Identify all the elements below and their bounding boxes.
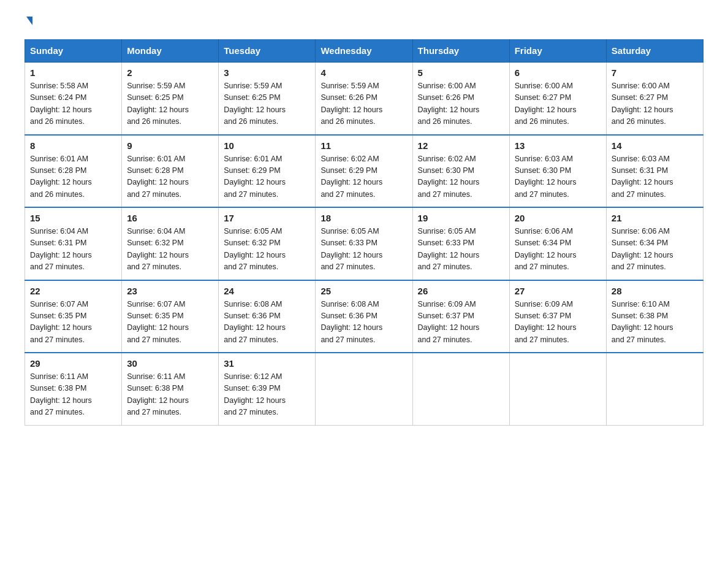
- day-number: 18: [320, 213, 407, 223]
- calendar-week-row: 22Sunrise: 6:07 AMSunset: 6:35 PMDayligh…: [25, 280, 703, 353]
- day-number: 21: [612, 213, 698, 223]
- day-info: Sunrise: 6:05 AMSunset: 6:33 PMDaylight:…: [418, 226, 504, 274]
- calendar-day-cell: 20Sunrise: 6:06 AMSunset: 6:34 PMDayligh…: [509, 207, 606, 280]
- day-info: Sunrise: 6:03 AMSunset: 6:30 PMDaylight:…: [515, 153, 601, 201]
- day-info: Sunrise: 6:03 AMSunset: 6:31 PMDaylight:…: [612, 153, 698, 201]
- calendar-header-tuesday: Tuesday: [219, 39, 316, 63]
- day-number: 19: [418, 213, 504, 223]
- day-number: 23: [127, 286, 213, 296]
- day-number: 27: [515, 286, 601, 296]
- day-number: 15: [30, 213, 116, 223]
- calendar-day-cell: 28Sunrise: 6:10 AMSunset: 6:38 PMDayligh…: [606, 280, 703, 353]
- day-number: 9: [127, 140, 213, 151]
- day-info: Sunrise: 6:10 AMSunset: 6:38 PMDaylight:…: [612, 299, 698, 347]
- day-number: 20: [515, 213, 601, 223]
- day-info: Sunrise: 6:04 AMSunset: 6:31 PMDaylight:…: [30, 226, 116, 274]
- calendar-day-cell: [606, 353, 703, 425]
- calendar-day-cell: 24Sunrise: 6:08 AMSunset: 6:36 PMDayligh…: [219, 280, 316, 353]
- day-number: 8: [30, 140, 116, 151]
- calendar-day-cell: 15Sunrise: 6:04 AMSunset: 6:31 PMDayligh…: [25, 207, 122, 280]
- day-info: Sunrise: 6:02 AMSunset: 6:29 PMDaylight:…: [320, 153, 407, 201]
- day-info: Sunrise: 6:01 AMSunset: 6:28 PMDaylight:…: [30, 153, 116, 201]
- calendar-day-cell: 8Sunrise: 6:01 AMSunset: 6:28 PMDaylight…: [25, 135, 122, 208]
- day-number: 11: [320, 140, 407, 151]
- day-number: 14: [612, 140, 698, 151]
- day-info: Sunrise: 5:58 AMSunset: 6:24 PMDaylight:…: [30, 80, 116, 128]
- calendar-day-cell: 13Sunrise: 6:03 AMSunset: 6:30 PMDayligh…: [509, 135, 606, 208]
- calendar-day-cell: 16Sunrise: 6:04 AMSunset: 6:32 PMDayligh…: [122, 207, 219, 280]
- day-info: Sunrise: 6:00 AMSunset: 6:26 PMDaylight:…: [418, 80, 504, 128]
- day-info: Sunrise: 6:08 AMSunset: 6:36 PMDaylight:…: [224, 299, 310, 347]
- calendar-day-cell: 27Sunrise: 6:09 AMSunset: 6:37 PMDayligh…: [509, 280, 606, 353]
- day-info: Sunrise: 6:02 AMSunset: 6:30 PMDaylight:…: [418, 153, 504, 201]
- day-number: 22: [30, 286, 116, 296]
- calendar-day-cell: 19Sunrise: 6:05 AMSunset: 6:33 PMDayligh…: [412, 207, 509, 280]
- calendar-day-cell: [412, 353, 509, 425]
- day-number: 3: [224, 67, 310, 78]
- day-number: 13: [515, 140, 601, 151]
- day-info: Sunrise: 6:12 AMSunset: 6:39 PMDaylight:…: [224, 371, 310, 419]
- day-info: Sunrise: 6:08 AMSunset: 6:36 PMDaylight:…: [320, 299, 407, 347]
- calendar-day-cell: 17Sunrise: 6:05 AMSunset: 6:32 PMDayligh…: [219, 207, 316, 280]
- calendar-header-wednesday: Wednesday: [316, 39, 412, 63]
- calendar-day-cell: 6Sunrise: 6:00 AMSunset: 6:27 PMDaylight…: [509, 63, 606, 135]
- calendar-day-cell: 18Sunrise: 6:05 AMSunset: 6:33 PMDayligh…: [316, 207, 412, 280]
- day-info: Sunrise: 6:07 AMSunset: 6:35 PMDaylight:…: [30, 299, 116, 347]
- day-number: 29: [30, 358, 116, 369]
- day-info: Sunrise: 5:59 AMSunset: 6:26 PMDaylight:…: [320, 80, 407, 128]
- calendar-day-cell: 4Sunrise: 5:59 AMSunset: 6:26 PMDaylight…: [316, 63, 412, 135]
- logo-triangle-icon: [26, 17, 32, 25]
- day-number: 10: [224, 140, 310, 151]
- day-info: Sunrise: 6:00 AMSunset: 6:27 PMDaylight:…: [515, 80, 601, 128]
- day-number: 1: [30, 67, 116, 78]
- day-info: Sunrise: 6:05 AMSunset: 6:32 PMDaylight:…: [224, 226, 310, 274]
- day-info: Sunrise: 6:01 AMSunset: 6:28 PMDaylight:…: [127, 153, 213, 201]
- day-number: 31: [224, 358, 310, 369]
- day-info: Sunrise: 6:09 AMSunset: 6:37 PMDaylight:…: [418, 299, 504, 347]
- calendar-day-cell: 30Sunrise: 6:11 AMSunset: 6:38 PMDayligh…: [122, 353, 219, 425]
- calendar-day-cell: 21Sunrise: 6:06 AMSunset: 6:34 PMDayligh…: [606, 207, 703, 280]
- day-number: 28: [612, 286, 698, 296]
- day-info: Sunrise: 6:06 AMSunset: 6:34 PMDaylight:…: [612, 226, 698, 274]
- calendar-week-row: 29Sunrise: 6:11 AMSunset: 6:38 PMDayligh…: [25, 353, 703, 425]
- calendar-day-cell: 1Sunrise: 5:58 AMSunset: 6:24 PMDaylight…: [25, 63, 122, 135]
- calendar-header-sunday: Sunday: [25, 39, 122, 63]
- calendar-header-thursday: Thursday: [412, 39, 509, 63]
- day-info: Sunrise: 6:05 AMSunset: 6:33 PMDaylight:…: [320, 226, 407, 274]
- day-info: Sunrise: 6:11 AMSunset: 6:38 PMDaylight:…: [127, 371, 213, 419]
- calendar-day-cell: 29Sunrise: 6:11 AMSunset: 6:38 PMDayligh…: [25, 353, 122, 425]
- calendar-day-cell: 26Sunrise: 6:09 AMSunset: 6:37 PMDayligh…: [412, 280, 509, 353]
- calendar-day-cell: 5Sunrise: 6:00 AMSunset: 6:26 PMDaylight…: [412, 63, 509, 135]
- day-number: 30: [127, 358, 213, 369]
- calendar-header-row: SundayMondayTuesdayWednesdayThursdayFrid…: [25, 39, 703, 63]
- calendar-day-cell: 31Sunrise: 6:12 AMSunset: 6:39 PMDayligh…: [219, 353, 316, 425]
- logo: [25, 18, 32, 27]
- day-info: Sunrise: 6:11 AMSunset: 6:38 PMDaylight:…: [30, 371, 116, 419]
- day-info: Sunrise: 6:09 AMSunset: 6:37 PMDaylight:…: [515, 299, 601, 347]
- page-header: [25, 18, 703, 27]
- day-number: 4: [320, 67, 407, 78]
- calendar-day-cell: 10Sunrise: 6:01 AMSunset: 6:29 PMDayligh…: [219, 135, 316, 208]
- calendar-day-cell: 22Sunrise: 6:07 AMSunset: 6:35 PMDayligh…: [25, 280, 122, 353]
- calendar-day-cell: 14Sunrise: 6:03 AMSunset: 6:31 PMDayligh…: [606, 135, 703, 208]
- calendar-week-row: 1Sunrise: 5:58 AMSunset: 6:24 PMDaylight…: [25, 63, 703, 135]
- calendar-header-monday: Monday: [122, 39, 219, 63]
- calendar-day-cell: [509, 353, 606, 425]
- calendar-week-row: 8Sunrise: 6:01 AMSunset: 6:28 PMDaylight…: [25, 135, 703, 208]
- day-number: 12: [418, 140, 504, 151]
- calendar-week-row: 15Sunrise: 6:04 AMSunset: 6:31 PMDayligh…: [25, 207, 703, 280]
- calendar-day-cell: 12Sunrise: 6:02 AMSunset: 6:30 PMDayligh…: [412, 135, 509, 208]
- calendar-day-cell: 3Sunrise: 5:59 AMSunset: 6:25 PMDaylight…: [219, 63, 316, 135]
- day-number: 16: [127, 213, 213, 223]
- calendar-table: SundayMondayTuesdayWednesdayThursdayFrid…: [25, 39, 703, 426]
- day-info: Sunrise: 5:59 AMSunset: 6:25 PMDaylight:…: [127, 80, 213, 128]
- day-number: 6: [515, 67, 601, 78]
- day-number: 25: [320, 286, 407, 296]
- calendar-day-cell: 2Sunrise: 5:59 AMSunset: 6:25 PMDaylight…: [122, 63, 219, 135]
- calendar-header-friday: Friday: [509, 39, 606, 63]
- day-number: 24: [224, 286, 310, 296]
- calendar-day-cell: 23Sunrise: 6:07 AMSunset: 6:35 PMDayligh…: [122, 280, 219, 353]
- day-info: Sunrise: 6:04 AMSunset: 6:32 PMDaylight:…: [127, 226, 213, 274]
- day-number: 2: [127, 67, 213, 78]
- calendar-day-cell: 11Sunrise: 6:02 AMSunset: 6:29 PMDayligh…: [316, 135, 412, 208]
